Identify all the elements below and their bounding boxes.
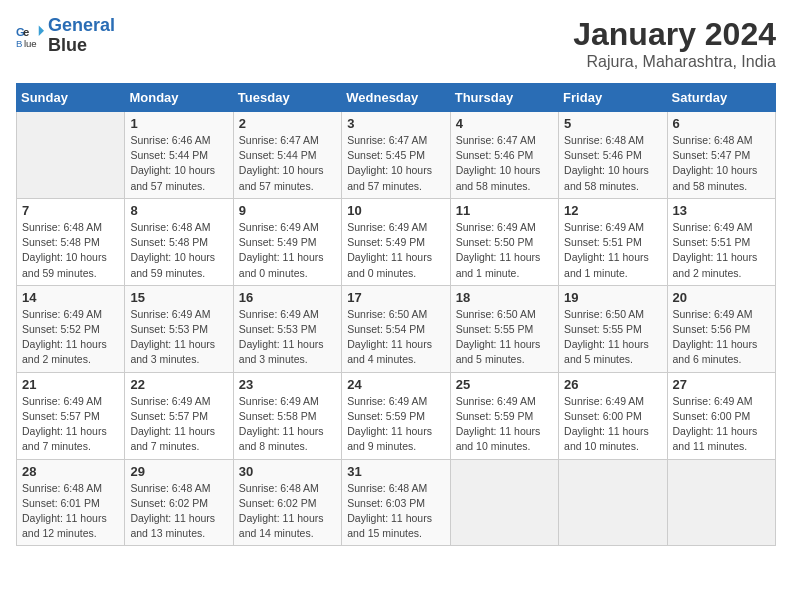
calendar-cell: 14Sunrise: 6:49 AMSunset: 5:52 PMDayligh…: [17, 285, 125, 372]
calendar-cell: 6Sunrise: 6:48 AMSunset: 5:47 PMDaylight…: [667, 112, 775, 199]
calendar-cell: 29Sunrise: 6:48 AMSunset: 6:02 PMDayligh…: [125, 459, 233, 546]
day-number: 16: [239, 290, 336, 305]
day-number: 26: [564, 377, 661, 392]
calendar-cell: 27Sunrise: 6:49 AMSunset: 6:00 PMDayligh…: [667, 372, 775, 459]
day-number: 4: [456, 116, 553, 131]
svg-text:e: e: [23, 26, 29, 38]
day-number: 29: [130, 464, 227, 479]
month-title: January 2024: [573, 16, 776, 53]
day-info: Sunrise: 6:49 AMSunset: 5:53 PMDaylight:…: [130, 307, 227, 368]
logo-name: GeneralBlue: [48, 16, 115, 56]
calendar-cell: 7Sunrise: 6:48 AMSunset: 5:48 PMDaylight…: [17, 198, 125, 285]
day-info: Sunrise: 6:49 AMSunset: 5:51 PMDaylight:…: [564, 220, 661, 281]
day-info: Sunrise: 6:49 AMSunset: 5:57 PMDaylight:…: [130, 394, 227, 455]
logo-icon: G e B lue: [16, 22, 44, 50]
day-number: 27: [673, 377, 770, 392]
day-number: 13: [673, 203, 770, 218]
day-number: 2: [239, 116, 336, 131]
calendar-cell: 15Sunrise: 6:49 AMSunset: 5:53 PMDayligh…: [125, 285, 233, 372]
weekday-header-wednesday: Wednesday: [342, 84, 450, 112]
logo: G e B lue GeneralBlue: [16, 16, 115, 56]
weekday-header-saturday: Saturday: [667, 84, 775, 112]
calendar-cell: 12Sunrise: 6:49 AMSunset: 5:51 PMDayligh…: [559, 198, 667, 285]
day-info: Sunrise: 6:49 AMSunset: 5:57 PMDaylight:…: [22, 394, 119, 455]
calendar-cell: 31Sunrise: 6:48 AMSunset: 6:03 PMDayligh…: [342, 459, 450, 546]
day-number: 1: [130, 116, 227, 131]
calendar-cell: 8Sunrise: 6:48 AMSunset: 5:48 PMDaylight…: [125, 198, 233, 285]
svg-marker-4: [39, 25, 44, 36]
day-info: Sunrise: 6:46 AMSunset: 5:44 PMDaylight:…: [130, 133, 227, 194]
weekday-header-row: SundayMondayTuesdayWednesdayThursdayFrid…: [17, 84, 776, 112]
day-number: 15: [130, 290, 227, 305]
calendar-week-row: 7Sunrise: 6:48 AMSunset: 5:48 PMDaylight…: [17, 198, 776, 285]
day-info: Sunrise: 6:49 AMSunset: 5:59 PMDaylight:…: [456, 394, 553, 455]
day-number: 12: [564, 203, 661, 218]
day-info: Sunrise: 6:50 AMSunset: 5:54 PMDaylight:…: [347, 307, 444, 368]
day-number: 8: [130, 203, 227, 218]
calendar-cell: 23Sunrise: 6:49 AMSunset: 5:58 PMDayligh…: [233, 372, 341, 459]
day-number: 18: [456, 290, 553, 305]
title-block: January 2024 Rajura, Maharashtra, India: [573, 16, 776, 71]
weekday-header-friday: Friday: [559, 84, 667, 112]
calendar-cell: 5Sunrise: 6:48 AMSunset: 5:46 PMDaylight…: [559, 112, 667, 199]
calendar-week-row: 1Sunrise: 6:46 AMSunset: 5:44 PMDaylight…: [17, 112, 776, 199]
calendar-cell: 28Sunrise: 6:48 AMSunset: 6:01 PMDayligh…: [17, 459, 125, 546]
weekday-header-thursday: Thursday: [450, 84, 558, 112]
calendar-cell: 17Sunrise: 6:50 AMSunset: 5:54 PMDayligh…: [342, 285, 450, 372]
calendar-cell: 13Sunrise: 6:49 AMSunset: 5:51 PMDayligh…: [667, 198, 775, 285]
day-info: Sunrise: 6:47 AMSunset: 5:45 PMDaylight:…: [347, 133, 444, 194]
day-info: Sunrise: 6:49 AMSunset: 5:49 PMDaylight:…: [347, 220, 444, 281]
day-info: Sunrise: 6:49 AMSunset: 5:50 PMDaylight:…: [456, 220, 553, 281]
day-number: 22: [130, 377, 227, 392]
day-number: 17: [347, 290, 444, 305]
day-info: Sunrise: 6:49 AMSunset: 5:53 PMDaylight:…: [239, 307, 336, 368]
day-number: 19: [564, 290, 661, 305]
day-number: 24: [347, 377, 444, 392]
day-number: 9: [239, 203, 336, 218]
weekday-header-sunday: Sunday: [17, 84, 125, 112]
location: Rajura, Maharashtra, India: [573, 53, 776, 71]
day-info: Sunrise: 6:49 AMSunset: 5:51 PMDaylight:…: [673, 220, 770, 281]
day-info: Sunrise: 6:48 AMSunset: 5:47 PMDaylight:…: [673, 133, 770, 194]
calendar-cell: 4Sunrise: 6:47 AMSunset: 5:46 PMDaylight…: [450, 112, 558, 199]
calendar-cell: 2Sunrise: 6:47 AMSunset: 5:44 PMDaylight…: [233, 112, 341, 199]
day-info: Sunrise: 6:48 AMSunset: 5:48 PMDaylight:…: [22, 220, 119, 281]
day-number: 6: [673, 116, 770, 131]
day-number: 10: [347, 203, 444, 218]
calendar-cell: 19Sunrise: 6:50 AMSunset: 5:55 PMDayligh…: [559, 285, 667, 372]
day-number: 21: [22, 377, 119, 392]
calendar-cell: [559, 459, 667, 546]
day-info: Sunrise: 6:48 AMSunset: 6:02 PMDaylight:…: [239, 481, 336, 542]
weekday-header-tuesday: Tuesday: [233, 84, 341, 112]
calendar-cell: 26Sunrise: 6:49 AMSunset: 6:00 PMDayligh…: [559, 372, 667, 459]
day-info: Sunrise: 6:49 AMSunset: 5:59 PMDaylight:…: [347, 394, 444, 455]
day-info: Sunrise: 6:49 AMSunset: 5:49 PMDaylight:…: [239, 220, 336, 281]
day-number: 14: [22, 290, 119, 305]
calendar-cell: 20Sunrise: 6:49 AMSunset: 5:56 PMDayligh…: [667, 285, 775, 372]
day-number: 7: [22, 203, 119, 218]
day-info: Sunrise: 6:49 AMSunset: 5:56 PMDaylight:…: [673, 307, 770, 368]
calendar-cell: 22Sunrise: 6:49 AMSunset: 5:57 PMDayligh…: [125, 372, 233, 459]
calendar-cell: 11Sunrise: 6:49 AMSunset: 5:50 PMDayligh…: [450, 198, 558, 285]
calendar-week-row: 21Sunrise: 6:49 AMSunset: 5:57 PMDayligh…: [17, 372, 776, 459]
day-info: Sunrise: 6:47 AMSunset: 5:44 PMDaylight:…: [239, 133, 336, 194]
day-info: Sunrise: 6:49 AMSunset: 6:00 PMDaylight:…: [673, 394, 770, 455]
calendar-cell: 25Sunrise: 6:49 AMSunset: 5:59 PMDayligh…: [450, 372, 558, 459]
calendar-cell: [450, 459, 558, 546]
day-number: 5: [564, 116, 661, 131]
day-number: 3: [347, 116, 444, 131]
day-info: Sunrise: 6:47 AMSunset: 5:46 PMDaylight:…: [456, 133, 553, 194]
day-number: 23: [239, 377, 336, 392]
day-number: 31: [347, 464, 444, 479]
day-info: Sunrise: 6:49 AMSunset: 5:52 PMDaylight:…: [22, 307, 119, 368]
day-info: Sunrise: 6:48 AMSunset: 6:01 PMDaylight:…: [22, 481, 119, 542]
calendar-table: SundayMondayTuesdayWednesdayThursdayFrid…: [16, 83, 776, 546]
day-number: 25: [456, 377, 553, 392]
day-number: 20: [673, 290, 770, 305]
calendar-week-row: 28Sunrise: 6:48 AMSunset: 6:01 PMDayligh…: [17, 459, 776, 546]
calendar-cell: 3Sunrise: 6:47 AMSunset: 5:45 PMDaylight…: [342, 112, 450, 199]
calendar-cell: [667, 459, 775, 546]
day-info: Sunrise: 6:49 AMSunset: 5:58 PMDaylight:…: [239, 394, 336, 455]
day-info: Sunrise: 6:48 AMSunset: 6:02 PMDaylight:…: [130, 481, 227, 542]
day-info: Sunrise: 6:48 AMSunset: 5:48 PMDaylight:…: [130, 220, 227, 281]
